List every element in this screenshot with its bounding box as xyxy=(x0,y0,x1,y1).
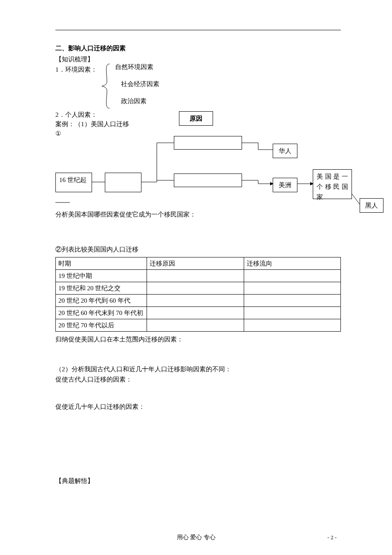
table-header-row: 时期 迁移原因 迁移流向 xyxy=(56,257,341,270)
exemplar-heading: 【典题解悟】 xyxy=(55,476,341,486)
knowledge-brief-label: 【知识梳理】 xyxy=(55,54,341,64)
cell-period: 20 世纪 60 年代末到 70 年代初 xyxy=(56,307,147,319)
cell-period: 20 世纪 20 年代到 60 年代 xyxy=(56,295,147,307)
cell-direction xyxy=(244,270,340,282)
page-footer: 用心 爱心 专心 - 2 - xyxy=(0,533,392,542)
analyze-us-factors: 分析美国本国哪些因素促使它成为一个移民国家： xyxy=(55,209,196,220)
th-direction: 迁移流向 xyxy=(244,257,340,270)
recent-factors: 促使近几十年人口迁移的因素： xyxy=(55,402,341,412)
env-factor-items: 自然环境因素 社会经济因素 政治因素 xyxy=(115,62,159,113)
ancient-factors: 促使古代人口迁移的因素： xyxy=(55,374,341,384)
migration-diagram: 2．个人因素： 案例：（1）美国人口迁移 ① 原因 16 世纪起 华人 美洲 美… xyxy=(55,110,341,225)
svg-marker-11 xyxy=(270,182,274,185)
document-page: 二、影响人口迁移的因素 【知识梳理】 1．环境因素： 自然环境因素 社会经济因素… xyxy=(0,0,392,555)
top-rule xyxy=(55,30,341,30)
env-item-political: 政治因素 xyxy=(121,96,159,106)
cell-direction xyxy=(244,282,340,295)
cell-reason xyxy=(147,282,244,295)
svg-marker-13 xyxy=(310,182,314,185)
svg-line-14 xyxy=(352,194,360,204)
footer-motto: 用心 爱心 专心 xyxy=(177,534,216,541)
th-period: 时期 xyxy=(56,257,147,270)
cell-direction xyxy=(244,319,340,332)
table-row: 19 世纪中期 xyxy=(56,270,341,282)
summarize-us-factors: 归纳促使美国人口在本土范围内迁移的因素： xyxy=(55,334,341,344)
cell-period: 20 世纪 70 年代以后 xyxy=(56,319,147,332)
cell-period: 19 世纪和 20 世纪之交 xyxy=(56,282,147,295)
table-row: 20 世纪 60 年代末到 70 年代初 xyxy=(56,307,341,319)
env-item-natural: 自然环境因素 xyxy=(115,62,159,72)
cell-direction xyxy=(244,307,340,319)
question-2: （2）分析我国古代人口和近几十年人口迁移影响因素的不同： xyxy=(55,364,341,374)
cell-reason xyxy=(147,270,244,282)
table-row: 19 世纪和 20 世纪之交 xyxy=(56,282,341,295)
env-factor-brace-block: 1．环境因素： 自然环境因素 社会经济因素 政治因素 xyxy=(55,64,341,111)
table-row: 20 世纪 70 年代以后 xyxy=(56,319,341,332)
page-number: - 2 - xyxy=(327,533,337,542)
cell-direction xyxy=(244,295,340,307)
section-2-title: 二、影响人口迁移的因素 xyxy=(55,43,341,53)
env-factor-label: 1．环境因素： xyxy=(55,64,97,75)
env-item-social: 社会经济因素 xyxy=(121,79,159,89)
cell-period: 19 世纪中期 xyxy=(56,270,147,282)
cell-reason xyxy=(147,307,244,319)
diagram-connectors xyxy=(55,110,388,220)
curly-brace-icon xyxy=(100,63,113,110)
table-intro: ②列表比较美国国内人口迁移 xyxy=(55,244,341,254)
th-reason: 迁移原因 xyxy=(147,257,244,270)
cell-reason xyxy=(147,295,244,307)
table-row: 20 世纪 20 年代到 60 年代 xyxy=(56,295,341,307)
us-domestic-migration-table: 时期 迁移原因 迁移流向 19 世纪中期 19 世纪和 20 世纪之交 20 世… xyxy=(55,257,341,332)
cell-reason xyxy=(147,319,244,332)
